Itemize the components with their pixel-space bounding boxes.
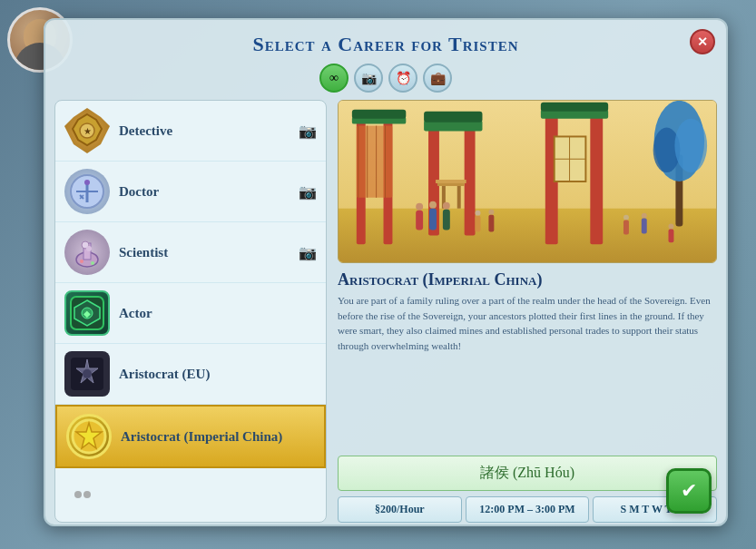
filter-clock-button[interactable]: ⏰: [388, 64, 417, 93]
scientist-label: Scientist: [119, 245, 290, 260]
filter-all-button[interactable]: ∞: [319, 64, 349, 93]
aristocrat-imperial-label: Aristocrat (Imperial China): [121, 429, 315, 445]
filter-bag-button[interactable]: 💼: [423, 64, 452, 93]
filter-camera-button[interactable]: 📷: [354, 64, 383, 93]
svg-point-13: [80, 260, 83, 263]
bag-icon: 💼: [430, 71, 446, 86]
svg-rect-43: [457, 186, 461, 209]
career-detail-title: Aristocrat (Imperial China): [338, 270, 717, 289]
career-chinese-name: 諸侯 (Zhū Hóu): [338, 456, 717, 491]
svg-rect-46: [416, 211, 423, 230]
detective-label: Detective: [119, 123, 290, 139]
svg-rect-27: [339, 209, 716, 262]
svg-point-51: [476, 211, 481, 216]
svg-text:★: ★: [83, 126, 92, 136]
svg-rect-71: [669, 229, 674, 242]
career-item-aristocrat-imperial[interactable]: Aristocrat (Imperial China): [55, 405, 326, 468]
career-item-scientist[interactable]: Scientist 📷: [55, 222, 326, 283]
career-image: [338, 100, 717, 263]
svg-point-70: [669, 224, 674, 230]
doctor-lock-icon: 📷: [299, 183, 317, 201]
career-item-doctor[interactable]: Doctor 📷: [55, 162, 326, 222]
camera-icon: 📷: [361, 71, 377, 86]
svg-point-6: [84, 180, 90, 185]
svg-point-14: [91, 261, 94, 265]
career-item-aristocrat-eu[interactable]: Aristocrat (EU): [55, 344, 326, 405]
svg-point-24: [74, 491, 82, 498]
svg-rect-52: [476, 216, 481, 232]
aristocrat-eu-label: Aristocrat (EU): [119, 367, 317, 382]
content-area: ★ Detective 📷 D: [45, 100, 726, 532]
svg-point-25: [83, 491, 91, 498]
svg-point-45: [416, 203, 423, 211]
doctor-icon: [64, 169, 110, 214]
career-list[interactable]: ★ Detective 📷 D: [54, 100, 327, 523]
svg-point-12: [86, 246, 92, 251]
partial-icon: [64, 472, 110, 517]
detective-icon: ★: [64, 108, 110, 153]
career-select-dialog: ✕ Select a Career for Tristen ∞ 📷 ⏰ 💼: [44, 18, 728, 526]
aristocrat-eu-icon: [64, 351, 110, 397]
svg-point-53: [488, 210, 494, 215]
svg-rect-40: [424, 112, 482, 123]
close-icon: ✕: [697, 34, 708, 50]
svg-rect-50: [443, 210, 450, 230]
close-button[interactable]: ✕: [690, 29, 715, 54]
svg-rect-48: [429, 209, 437, 230]
svg-rect-63: [623, 221, 629, 235]
painting-background: [339, 101, 716, 262]
career-item-actor[interactable]: ◆ Actor: [55, 283, 326, 344]
svg-rect-32: [357, 126, 393, 198]
svg-point-47: [429, 201, 437, 209]
aristocrat-imperial-icon: [66, 414, 112, 459]
scientist-icon: [64, 230, 110, 275]
svg-point-21: [83, 369, 92, 378]
detective-lock-icon: 📷: [299, 123, 317, 140]
checkmark-icon: ✔: [681, 479, 697, 503]
clock-icon: ⏰: [396, 71, 411, 86]
doctor-label: Doctor: [119, 184, 290, 200]
infinity-icon: ∞: [329, 71, 339, 85]
svg-point-62: [623, 215, 629, 221]
hours-stat: 12:00 PM – 3:00 PM: [466, 496, 590, 523]
actor-label: Actor: [119, 306, 317, 321]
salary-stat: §200/Hour: [338, 496, 462, 523]
career-detail-description: You are part of a family ruling over a p…: [338, 293, 717, 448]
actor-icon: ◆: [64, 290, 110, 336]
svg-rect-44: [436, 180, 466, 183]
career-item-detective[interactable]: ★ Detective 📷: [55, 101, 326, 162]
career-stats-row: §200/Hour 12:00 PM – 3:00 PM S M T W T F…: [338, 496, 717, 523]
svg-rect-54: [488, 215, 494, 232]
svg-point-69: [674, 119, 707, 172]
svg-rect-65: [642, 219, 647, 234]
svg-rect-31: [352, 110, 406, 119]
dialog-title: Select a Career for Tristen: [45, 20, 726, 60]
svg-point-49: [443, 202, 450, 210]
svg-point-64: [642, 213, 647, 219]
filter-row: ∞ 📷 ⏰ 💼: [45, 60, 726, 100]
svg-rect-58: [541, 103, 608, 112]
svg-text:◆: ◆: [83, 309, 91, 319]
scientist-lock-icon: 📷: [299, 244, 317, 261]
detail-panel: Aristocrat (Imperial China) You are part…: [327, 100, 717, 523]
svg-rect-56: [590, 114, 603, 245]
confirm-button[interactable]: ✔: [666, 468, 712, 514]
career-item-partial[interactable]: [55, 468, 326, 521]
